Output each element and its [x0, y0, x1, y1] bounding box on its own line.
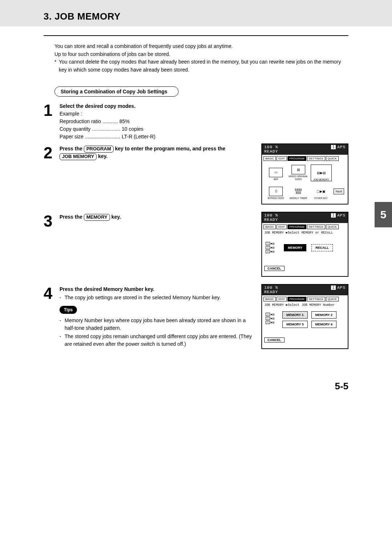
tab-program[interactable]: PROGRAM [287, 156, 306, 161]
memory-keycap: MEMORY [84, 214, 110, 221]
dash-icon: - [60, 317, 65, 332]
step-number: 1 [44, 103, 60, 118]
tab-settings[interactable]: SETTINGS [307, 297, 325, 301]
weekly-timer-icon: 8888 888 [292, 187, 305, 196]
step-4-bullet: - The copy job settings are stored in th… [60, 294, 254, 301]
tab-program[interactable]: PROGRAM [287, 224, 306, 229]
mixed-sizes-button[interactable]: ▤ MIXED ORIGINAL SIZES [288, 165, 309, 181]
tab-basic[interactable]: BASIC [264, 297, 276, 301]
heading-text: 3. JOB MEMORY [44, 11, 121, 22]
dots-icon: .................... [92, 126, 121, 132]
step-4-heading: Press the desired Memory Number key. [60, 285, 254, 293]
other-key-icon: ▢▶▣ [314, 187, 327, 196]
step-1-example-label: Example : [60, 110, 345, 118]
next-button[interactable]: Next [334, 189, 344, 194]
chapter-number: 5 [380, 208, 387, 221]
step-3: 3 Press the MEMORY key. [44, 213, 258, 228]
lcd-percent: 100 % [264, 145, 278, 149]
step-3-heading: Press the MEMORY key. [60, 213, 254, 221]
dash-icon: - [60, 294, 65, 301]
memory-1-button[interactable]: MEMORY 1 [282, 311, 308, 319]
text-fragment: Press the [60, 214, 84, 220]
lcd-screenshot-program: 100 % 1 APS READY BASIC EDIT PROGRAM SET… [261, 143, 348, 204]
chapter-tab: 5 [375, 202, 392, 227]
icon-label: JOB MEMORY [313, 178, 329, 181]
icon-label: MIXED ORIGINAL SIZES [288, 175, 309, 180]
lcd-percent: 100 % [264, 213, 278, 218]
dots-icon: ......................... [85, 134, 120, 139]
other-key-button[interactable]: ▢▶▣ OTHER KEY [311, 183, 331, 199]
intro-note: * You cannot delete the copy modes that … [54, 58, 348, 74]
bypass-feed-icon: ⎙ [269, 187, 283, 196]
lcd-header: 100 % 1 APS READY [262, 212, 348, 223]
page-heading: 3. JOB MEMORY [0, 0, 392, 27]
lcd-tabs: BASIC EDIT PROGRAM SETTINGS QUICK [262, 223, 348, 230]
page-number-text: 5-5 [335, 381, 348, 392]
tab-edit[interactable]: EDIT [277, 297, 287, 301]
step-2-row: 2 Press the PROGRAM key to enter the pro… [44, 143, 348, 204]
weekly-timer-button[interactable]: 8888 888 WEEKLY TIMER [288, 183, 309, 199]
memory-4-button[interactable]: MEMORY 4 [311, 321, 337, 328]
tip-bullet: - Memory Number keys where copy jobs hav… [60, 317, 254, 332]
lcd-header: 100 % 1 APS READY [262, 144, 348, 155]
recall-button[interactable]: RECALL [311, 244, 333, 251]
divider [44, 35, 348, 36]
intro-line-2: Up to four such combinations of jobs can… [54, 50, 348, 58]
tab-basic[interactable]: BASIC [264, 224, 276, 229]
tab-settings[interactable]: SETTINGS [307, 156, 325, 161]
icon-label: BYPASS FEED [268, 197, 284, 199]
tab-quick[interactable]: QUICK [326, 224, 339, 229]
step-2-heading: Press the PROGRAM key to enter the progr… [60, 145, 254, 160]
cancel-button[interactable]: CANCEL [264, 266, 285, 271]
lcd-tabs: BASIC EDIT PROGRAM SETTINGS QUICK [262, 295, 348, 302]
text-fragment: key to enter the program menu, and press… [115, 146, 225, 151]
tip-text: Memory Number keys where copy jobs have … [65, 317, 254, 332]
tab-quick[interactable]: QUICK [326, 156, 339, 161]
memory-button[interactable]: MEMORY [284, 244, 306, 251]
intro-line-1: You can store and recall a combination o… [54, 42, 348, 50]
program-icon-grid: ▭ ADF ▤ MIXED ORIGINAL SIZES ▤▶▤ JOB MEM… [264, 163, 346, 201]
step-1-heading: Select the desired copy modes. [60, 102, 345, 110]
tab-edit[interactable]: EDIT [277, 224, 287, 229]
adf-icon: ▭ [269, 168, 283, 177]
adf-button[interactable]: ▭ ADF [266, 165, 286, 181]
tab-quick[interactable]: QUICK [326, 297, 339, 301]
icon-label: ADF [274, 178, 278, 181]
memory-2-button[interactable]: MEMORY 2 [311, 311, 337, 319]
example-value: 85% [119, 118, 130, 124]
step-number: 3 [44, 214, 60, 228]
dash-icon: - [60, 333, 65, 348]
lcd-ready: READY [264, 290, 346, 294]
step-1: 1 Select the desired copy modes. Example… [44, 102, 348, 141]
memory-3-button[interactable]: MEMORY 3 [282, 321, 308, 328]
lcd-aps: APS [337, 145, 346, 149]
lcd-aps: APS [337, 213, 346, 218]
lcd-count: 1 [331, 285, 336, 290]
step-2: 2 Press the PROGRAM key to enter the pro… [44, 145, 258, 160]
job-memory-keycap: JOB MEMORY [60, 153, 97, 160]
tab-edit[interactable]: EDIT [277, 156, 287, 161]
job-memory-button[interactable]: ▤▶▤ JOB MEMORY [311, 165, 332, 181]
icon-label: WEEKLY TIMER [290, 197, 307, 199]
example-row: Reproduction ratio ........... 85% [60, 118, 345, 125]
intro-note-text: You cannot delete the copy modes that ha… [59, 58, 348, 74]
lcd-percent: 100 % [264, 285, 278, 290]
program-keycap: PROGRAM [84, 146, 114, 153]
lcd-count: 1 [331, 213, 336, 218]
text-fragment: key. [98, 153, 107, 159]
example-label: Reproduction ratio [60, 118, 101, 124]
tab-program[interactable]: PROGRAM [287, 297, 306, 301]
tab-basic[interactable]: BASIC [264, 156, 276, 161]
lcd-screenshot-memory-number: 100 % 1 APS READY BASIC EDIT PROGRAM SET… [261, 284, 348, 349]
tab-settings[interactable]: SETTINGS [307, 224, 325, 229]
mixed-sizes-icon: ▤ [291, 165, 305, 174]
bypass-feed-button[interactable]: ⎙ BYPASS FEED [266, 183, 286, 199]
example-label: Copy quantity [60, 126, 91, 132]
lcd-count: 1 [331, 145, 336, 149]
text-fragment: Press the [60, 146, 84, 151]
cancel-button[interactable]: CANCEL [264, 337, 285, 343]
tips-badge: Tips [60, 306, 77, 314]
job-memory-icon: ▤▶▤ [315, 169, 328, 178]
dots-icon: ........... [102, 118, 118, 124]
section-subheading: Storing a Combination of Copy Job Settin… [54, 86, 179, 97]
